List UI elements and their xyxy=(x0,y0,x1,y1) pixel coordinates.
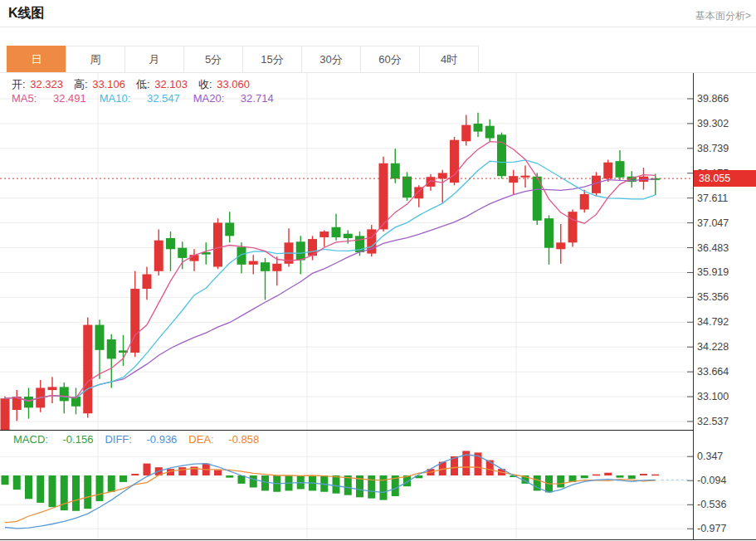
price-axis-label: 37.611 xyxy=(697,192,755,205)
tab-30分[interactable]: 30分 xyxy=(301,46,361,73)
page-title: K线图 xyxy=(8,5,45,22)
ma-row-value: 32.491 xyxy=(50,92,85,105)
price-axis-label: 34.228 xyxy=(697,340,755,353)
kline-page: K线图 基本面分析> 日周月5分15分30分60分4时 开: 32.323高: … xyxy=(0,0,756,541)
fundamental-analysis-link[interactable]: 基本面分析> xyxy=(695,9,751,23)
ohlc-readout: 开: 32.323高: 33.106低: 32.103收: 33.060 xyxy=(12,77,261,92)
tab-4时[interactable]: 4时 xyxy=(419,46,479,73)
tab-5分[interactable]: 5分 xyxy=(183,46,243,73)
price-axis-label: 38.739 xyxy=(697,142,755,155)
ma-row-value: 32.547 xyxy=(144,92,179,105)
macd-axis-label: -0.094 xyxy=(697,474,755,487)
header-divider xyxy=(0,27,756,27)
macd-row-label: DIFF: xyxy=(105,433,132,446)
ohlc-row-label: 收: xyxy=(198,78,212,90)
macd-row-label: DEA: xyxy=(188,433,213,446)
ma-row-label: MA10: xyxy=(100,92,131,105)
ohlc-row-label: 低: xyxy=(136,78,150,90)
macd-axis-label: 0.347 xyxy=(697,450,755,463)
ma-row-value: 32.714 xyxy=(237,92,273,105)
ma-readout: MA5: 32.491MA10: 32.547MA20: 32.714 xyxy=(12,92,287,105)
macd-axis-label: -0.977 xyxy=(697,522,755,535)
macd-axis-label: -0.536 xyxy=(697,498,755,511)
price-axis-label: 35.919 xyxy=(697,266,755,279)
tab-周[interactable]: 周 xyxy=(66,46,125,73)
panel-separator xyxy=(0,430,694,431)
macd-readout: MACD: -0.156DIFF: -0.936DEA: -0.858 xyxy=(13,433,271,446)
price-axis-label: 39.866 xyxy=(697,92,755,105)
right-axis-line xyxy=(693,73,694,539)
tab-月[interactable]: 月 xyxy=(124,46,184,73)
price-axis-label: 36.483 xyxy=(697,241,755,255)
bottom-border xyxy=(0,539,756,540)
ma-row-label: MA20: xyxy=(193,92,225,105)
price-axis-label: 39.302 xyxy=(697,117,755,130)
macd-row-value: -0.156 xyxy=(60,433,93,446)
tab-日[interactable]: 日 xyxy=(7,46,66,73)
price-axis-label: 37.047 xyxy=(697,217,755,230)
tab-60分[interactable]: 60分 xyxy=(360,46,420,73)
ohlc-row-value: 33.060 xyxy=(214,78,250,90)
price-axis-label: 33.100 xyxy=(697,390,755,403)
ohlc-row-value: 32.103 xyxy=(152,78,188,90)
price-axis-label: 35.356 xyxy=(697,290,755,304)
chart-area: 开: 32.323高: 33.106低: 32.103收: 33.060 MA5… xyxy=(0,73,756,540)
ohlc-row-value: 33.106 xyxy=(90,78,125,90)
main-candlestick-chart[interactable] xyxy=(0,73,694,430)
price-axis-label: 33.664 xyxy=(697,365,755,378)
ma-row-label: MA5: xyxy=(12,92,37,105)
macd-chart[interactable] xyxy=(0,430,694,539)
price-axis-label: 32.537 xyxy=(697,415,755,428)
current-price-marker: 38.055 xyxy=(694,170,756,187)
price-axis-label: 34.792 xyxy=(697,315,755,329)
tab-15分[interactable]: 15分 xyxy=(242,46,302,73)
macd-row-label: MACD: xyxy=(13,433,48,446)
period-tabs: 日周月5分15分30分60分4时 xyxy=(7,46,479,73)
ohlc-row-value: 32.323 xyxy=(27,78,63,90)
macd-row-value: -0.858 xyxy=(226,433,259,446)
macd-row-value: -0.936 xyxy=(144,433,177,446)
ohlc-row-label: 高: xyxy=(74,78,88,90)
ohlc-row-label: 开: xyxy=(12,78,26,90)
